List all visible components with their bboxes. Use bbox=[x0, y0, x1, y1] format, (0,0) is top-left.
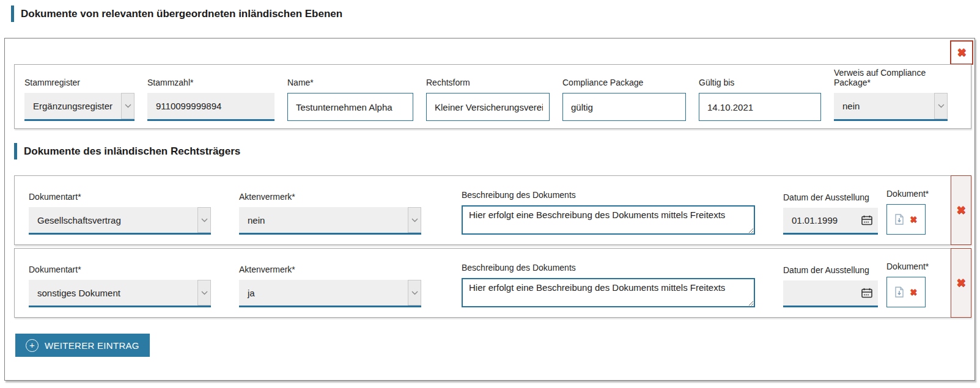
remove-file-icon[interactable]: ✖ bbox=[910, 215, 917, 224]
compliance-package-label: Compliance Package bbox=[562, 78, 686, 88]
field-datum: Datum der Ausstellung 01.01.1999 bbox=[783, 192, 878, 235]
rechtsform-input[interactable] bbox=[426, 93, 550, 121]
chevron-down-icon bbox=[408, 207, 421, 233]
gueltig-bis-label: Gültig bis bbox=[699, 78, 821, 88]
add-entry-button[interactable]: + WEITERER EINTRAG bbox=[15, 334, 150, 357]
field-dokument: Dokument* ✖ bbox=[886, 262, 926, 307]
document-row: Dokumentart* Gesellschaftsvertrag Aktenv… bbox=[14, 175, 971, 245]
field-aktenvermerk: Aktenvermerk* ja bbox=[239, 265, 421, 307]
dokumentart-label: Dokumentart* bbox=[29, 192, 211, 202]
datum-label: Datum der Ausstellung bbox=[783, 192, 878, 203]
field-stammzahl: Stammzahl* bbox=[147, 78, 274, 121]
rechtsform-label: Rechtsform bbox=[426, 78, 550, 88]
verweis-value: nein bbox=[834, 93, 934, 119]
field-rechtsform: Rechtsform bbox=[426, 78, 550, 121]
remove-icon: ✖ bbox=[957, 47, 966, 58]
chevron-down-icon bbox=[408, 280, 421, 306]
stammregister-value: Ergänzungsregister bbox=[24, 93, 121, 119]
name-label: Name* bbox=[287, 78, 413, 88]
chevron-down-icon bbox=[197, 280, 211, 306]
dokumentart-select[interactable]: Gesellschaftsvertrag bbox=[29, 207, 211, 235]
stammregister-select[interactable]: Ergänzungsregister bbox=[24, 93, 134, 121]
field-verweis-compliance: Verweis auf Compliance Package* nein bbox=[834, 68, 948, 121]
parent-entity-fieldset: Stammregister Ergänzungsregister Stammza… bbox=[14, 64, 971, 129]
dokument-label: Dokument* bbox=[886, 189, 926, 199]
dokumentart-select[interactable]: sonstiges Dokument bbox=[29, 280, 211, 307]
page-title: Dokumente von relevanten übergeordneten … bbox=[11, 5, 342, 22]
dokumentart-label: Dokumentart* bbox=[29, 265, 211, 275]
verweis-label: Verweis auf Compliance Package* bbox=[834, 68, 948, 88]
documents-section-title: Dokumente des inländischen Rechtsträgers bbox=[14, 143, 240, 159]
dokumentart-value: Gesellschaftsvertrag bbox=[29, 207, 197, 233]
chevron-down-icon bbox=[934, 93, 948, 119]
datum-input[interactable] bbox=[783, 280, 878, 307]
title-accent-bar bbox=[14, 143, 17, 159]
beschreibung-textarea[interactable]: Hier erfolgt eine Beschreibung des Dokum… bbox=[462, 205, 755, 235]
field-dokument: Dokument* ✖ bbox=[886, 189, 926, 235]
documents-section-title-text: Dokumente des inländischen Rechtsträgers bbox=[24, 145, 240, 158]
aktenvermerk-value: nein bbox=[239, 207, 408, 233]
remove-icon: ✖ bbox=[956, 277, 965, 288]
field-beschreibung: Beschreibung des Dokuments Hier erfolgt … bbox=[462, 190, 755, 235]
stammzahl-label: Stammzahl* bbox=[147, 78, 274, 88]
remove-entry-button[interactable]: ✖ bbox=[950, 40, 973, 65]
aktenvermerk-value: ja bbox=[239, 280, 408, 306]
title-accent-bar bbox=[11, 5, 14, 22]
file-download-icon[interactable] bbox=[895, 287, 904, 298]
remove-document-row-button[interactable]: ✖ bbox=[951, 175, 971, 245]
calendar-icon[interactable] bbox=[861, 215, 872, 225]
remove-file-icon[interactable]: ✖ bbox=[910, 288, 917, 296]
dokument-box: ✖ bbox=[886, 277, 926, 307]
document-row: Dokumentart* sonstiges Dokument Aktenver… bbox=[14, 248, 971, 318]
aktenvermerk-label: Aktenvermerk* bbox=[239, 192, 421, 202]
plus-circle-icon: + bbox=[26, 339, 39, 352]
field-stammregister: Stammregister Ergänzungsregister bbox=[24, 78, 134, 121]
field-aktenvermerk: Aktenvermerk* nein bbox=[239, 192, 421, 235]
field-name: Name* bbox=[287, 78, 413, 121]
remove-document-row-button[interactable]: ✖ bbox=[951, 248, 971, 318]
beschreibung-label: Beschreibung des Dokuments bbox=[462, 190, 755, 200]
aktenvermerk-select[interactable]: nein bbox=[239, 207, 421, 235]
calendar-icon[interactable] bbox=[861, 288, 872, 298]
chevron-down-icon bbox=[197, 207, 211, 233]
remove-icon: ✖ bbox=[956, 205, 965, 216]
datum-input[interactable]: 01.01.1999 bbox=[783, 208, 878, 235]
field-beschreibung: Beschreibung des Dokuments Hier erfolgt … bbox=[462, 263, 755, 307]
beschreibung-label: Beschreibung des Dokuments bbox=[462, 263, 755, 273]
parent-entry-panel: ✖ Stammregister Ergänzungsregister Stamm… bbox=[4, 38, 975, 381]
chevron-down-icon bbox=[121, 93, 134, 119]
field-datum: Datum der Ausstellung bbox=[783, 265, 878, 307]
file-download-icon[interactable] bbox=[895, 214, 904, 225]
datum-value: 01.01.1999 bbox=[792, 215, 838, 225]
stammzahl-input[interactable] bbox=[147, 93, 274, 121]
field-dokumentart: Dokumentart* sonstiges Dokument bbox=[29, 265, 211, 307]
field-compliance-package: Compliance Package bbox=[562, 78, 686, 121]
dokument-box: ✖ bbox=[886, 204, 926, 235]
aktenvermerk-label: Aktenvermerk* bbox=[239, 265, 421, 275]
dokumentart-value: sonstiges Dokument bbox=[29, 280, 197, 306]
name-input[interactable] bbox=[287, 93, 413, 121]
datum-label: Datum der Ausstellung bbox=[783, 265, 878, 276]
field-dokumentart: Dokumentart* Gesellschaftsvertrag bbox=[29, 192, 211, 235]
field-gueltig-bis: Gültig bis bbox=[699, 78, 821, 121]
compliance-package-input[interactable] bbox=[562, 93, 686, 121]
add-entry-label: WEITERER EINTRAG bbox=[45, 340, 139, 351]
gueltig-bis-input[interactable] bbox=[699, 93, 821, 121]
verweis-select[interactable]: nein bbox=[834, 93, 948, 121]
stammregister-label: Stammregister bbox=[24, 78, 134, 88]
aktenvermerk-select[interactable]: ja bbox=[239, 280, 421, 307]
beschreibung-textarea[interactable]: Hier erfolgt eine Beschreibung des Dokum… bbox=[462, 278, 755, 307]
page-title-text: Dokumente von relevanten übergeordneten … bbox=[21, 8, 342, 20]
dokument-label: Dokument* bbox=[886, 262, 926, 272]
